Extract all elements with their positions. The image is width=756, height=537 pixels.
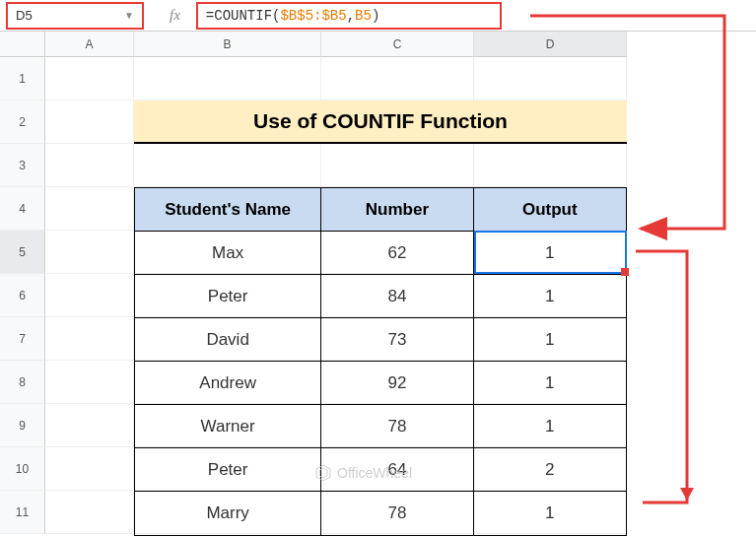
row-header-4[interactable]: 4: [0, 187, 45, 231]
cell[interactable]: [45, 491, 134, 534]
cell[interactable]: [45, 57, 134, 101]
cell-number[interactable]: 62: [321, 232, 473, 274]
select-all-corner[interactable]: [0, 32, 45, 57]
column-header-a[interactable]: A: [45, 32, 134, 57]
formula-bar: D5 ▼ fx =COUNTIF($B$5:$B5,B5): [0, 0, 756, 32]
cell[interactable]: [134, 57, 321, 101]
table-row: Peter 84 1: [135, 275, 626, 318]
cell-output[interactable]: 1: [474, 318, 626, 361]
header-student-name[interactable]: Student's Name: [135, 188, 321, 231]
cell[interactable]: [45, 187, 134, 231]
formula-text: =: [206, 8, 214, 24]
row-header-6[interactable]: 6: [0, 274, 45, 317]
table-row: Warner 78 1: [135, 405, 626, 448]
fx-icon[interactable]: fx: [170, 7, 180, 24]
cell-name[interactable]: Peter: [135, 275, 321, 317]
header-number[interactable]: Number: [321, 188, 473, 231]
cell-reference-value: D5: [16, 8, 33, 23]
cell-name[interactable]: Max: [135, 232, 321, 274]
row-header-7[interactable]: 7: [0, 317, 45, 361]
title-cell[interactable]: Use of COUNTIF Function: [134, 101, 627, 144]
watermark-icon: [313, 463, 333, 483]
column-header-d[interactable]: D: [474, 32, 627, 57]
cell[interactable]: [45, 361, 134, 404]
cell[interactable]: [45, 274, 134, 317]
watermark-text: OfficeWheel: [337, 465, 412, 481]
cell[interactable]: [45, 447, 134, 491]
cell-number[interactable]: 84: [321, 275, 473, 317]
cell-name[interactable]: Peter: [135, 448, 321, 491]
row-header-8[interactable]: 8: [0, 361, 45, 404]
column-header-b[interactable]: B: [134, 32, 321, 57]
row-header-9[interactable]: 9: [0, 404, 45, 447]
cell[interactable]: [45, 317, 134, 361]
cell-number[interactable]: 73: [321, 318, 473, 361]
svg-marker-3: [319, 468, 327, 478]
dropdown-icon[interactable]: ▼: [124, 10, 134, 21]
formula-input[interactable]: =COUNTIF($B$5:$B5,B5): [196, 2, 502, 30]
cell[interactable]: [474, 144, 627, 187]
cell[interactable]: [474, 57, 627, 101]
cell[interactable]: [45, 144, 134, 187]
cell[interactable]: [321, 144, 474, 187]
column-header-c[interactable]: C: [321, 32, 474, 57]
cell[interactable]: [321, 57, 474, 101]
row-header-1[interactable]: 1: [0, 57, 45, 101]
row-headers: 1 2 3 4 5 6 7 8 9 10 11: [0, 57, 45, 534]
cell-name[interactable]: Marry: [135, 492, 321, 535]
row-header-2[interactable]: 2: [0, 101, 45, 144]
cell-number[interactable]: 78: [321, 492, 473, 535]
spreadsheet-grid: A B C D 1 2 3 4 5 6 7 8 9 10 11: [0, 32, 756, 534]
row-header-5[interactable]: 5: [0, 231, 45, 274]
data-table: Student's Name Number Output Max 62 1 Pe…: [134, 187, 627, 536]
svg-marker-2: [316, 465, 330, 481]
cell-output[interactable]: 1: [474, 362, 626, 404]
cell[interactable]: [45, 404, 134, 447]
cell-output[interactable]: 1: [474, 492, 626, 535]
table-row: Andrew 92 1: [135, 362, 626, 405]
cell-output[interactable]: 1: [474, 232, 626, 274]
cell-number[interactable]: 78: [321, 405, 473, 447]
cell-output[interactable]: 2: [474, 448, 626, 491]
row-header-10[interactable]: 10: [0, 447, 45, 491]
table-row: David 73 1: [135, 318, 626, 362]
cell-output[interactable]: 1: [474, 405, 626, 447]
cell[interactable]: [45, 231, 134, 274]
table-row: Marry 78 1: [135, 492, 626, 535]
cell-number[interactable]: 92: [321, 362, 473, 404]
watermark: OfficeWheel: [313, 463, 412, 483]
cell[interactable]: [45, 101, 134, 144]
cell-name[interactable]: Andrew: [135, 362, 321, 404]
cell-name[interactable]: David: [135, 318, 321, 361]
header-output[interactable]: Output: [474, 188, 626, 231]
cell[interactable]: [134, 144, 321, 187]
row-header-11[interactable]: 11: [0, 491, 45, 534]
cell-output[interactable]: 1: [474, 275, 626, 317]
table-header-row: Student's Name Number Output: [135, 188, 626, 232]
cell-name[interactable]: Warner: [135, 405, 321, 447]
cell-reference-input[interactable]: D5 ▼: [6, 2, 144, 30]
table-row: Max 62 1: [135, 232, 626, 275]
row-header-3[interactable]: 3: [0, 144, 45, 187]
